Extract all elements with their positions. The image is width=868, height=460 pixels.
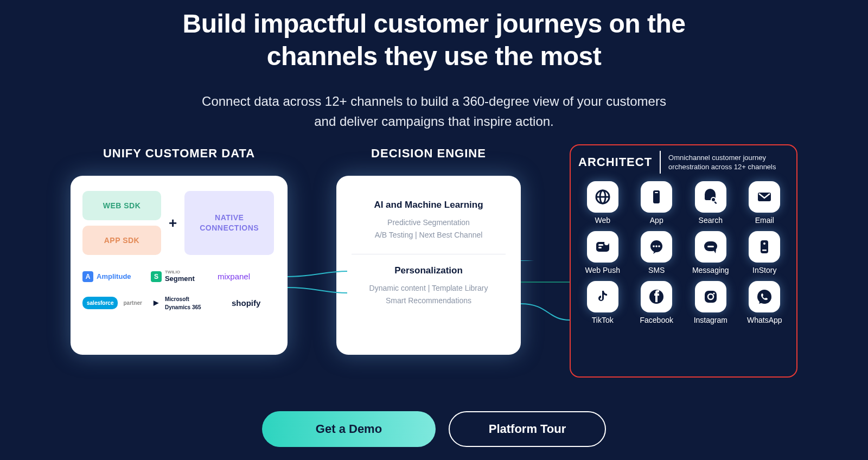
channel-label: TikTok: [578, 316, 627, 324]
salesforce-logo: salesforcepartner: [82, 295, 142, 311]
phone-icon: [641, 181, 672, 213]
platform-tour-button[interactable]: Platform Tour: [449, 411, 606, 447]
decision-title: DECISION ENGINE: [336, 146, 521, 161]
vertical-divider: [660, 151, 661, 174]
channel-label: Web: [578, 216, 627, 225]
channel-label: Facebook: [633, 316, 681, 324]
wa-icon: [749, 281, 780, 312]
channel-label: Search: [686, 216, 735, 225]
get-demo-button[interactable]: Get a Demo: [262, 411, 436, 447]
unify-card: WEB SDK APP SDK + NATIVE CONNECTIONS AAm…: [71, 176, 288, 355]
mixpanel-logo: mixpanel: [218, 270, 276, 283]
microsoft-dynamics-logo: ▶MicrosoftDynamics 365: [151, 295, 209, 311]
mail-icon: [749, 181, 780, 213]
channel-label: App: [633, 216, 681, 225]
ig-icon: [695, 281, 726, 312]
channel-label: Messaging: [686, 266, 735, 274]
channel-email: Email: [741, 178, 789, 225]
channel-facebook: Facebook: [633, 278, 681, 324]
fb-icon: [641, 281, 672, 312]
architect-panel: ARCHITECT Omnichannel customer journey o…: [570, 144, 797, 378]
architect-column: ARCHITECT Omnichannel customer journey o…: [570, 146, 797, 378]
decision-card: AI and Machine Learning Predictive Segme…: [336, 176, 521, 355]
globe-icon: [587, 181, 618, 213]
architect-title: ARCHITECT: [578, 155, 652, 169]
channel-tiktok: TikTok: [578, 278, 627, 324]
msg-icon: [695, 231, 726, 263]
channel-label: InStory: [741, 266, 789, 274]
app-sdk-pill: APP SDK: [82, 226, 161, 255]
channel-web: Web: [578, 178, 627, 225]
decision-s2b: Smart Recommendations: [352, 295, 506, 306]
channel-web-push: Web Push: [578, 228, 627, 274]
channel-whatsapp: WhatsApp: [741, 278, 789, 324]
headline: Build impactful customer journeys on the…: [136, 0, 732, 73]
segment-logo: STWILIOSegment: [151, 270, 209, 283]
native-connections: NATIVE CONNECTIONS: [184, 191, 274, 255]
channel-sms: SMS: [633, 228, 681, 274]
search-icon: [695, 181, 726, 213]
web-sdk-pill: WEB SDK: [82, 191, 161, 220]
push-icon: [587, 231, 618, 263]
channel-instagram: Instagram: [686, 278, 735, 324]
channel-label: SMS: [633, 266, 681, 274]
decision-column: DECISION ENGINE AI and Machine Learning …: [336, 146, 521, 378]
story-icon: [749, 231, 780, 263]
subhead: Connect data across 12+ channels to buil…: [190, 91, 678, 131]
unify-column: UNIFY CUSTOMER DATA WEB SDK APP SDK + NA…: [71, 146, 288, 378]
channel-messaging: Messaging: [686, 228, 735, 274]
channel-label: Email: [741, 216, 789, 225]
unify-title: UNIFY CUSTOMER DATA: [71, 146, 288, 161]
sms-icon: [641, 231, 672, 263]
channel-label: Web Push: [578, 266, 627, 274]
decision-s2a: Dynamic content | Template Library: [352, 283, 506, 294]
decision-h2: Personalization: [352, 265, 506, 276]
divider: [352, 254, 506, 254]
channel-label: Instagram: [686, 316, 735, 324]
channel-label: WhatsApp: [741, 316, 789, 324]
plus-icon: +: [169, 215, 177, 232]
decision-s1b: A/B Testing | Next Best Channel: [352, 229, 506, 241]
shopify-logo: 🛍shopify: [218, 295, 276, 311]
cta-row: Get a Demo Platform Tour: [0, 411, 868, 447]
decision-s1a: Predictive Segmentation: [352, 217, 506, 228]
channel-app: App: [633, 178, 681, 225]
channel-search: Search: [686, 178, 735, 225]
amplitude-logo: AAmplitude: [82, 270, 142, 283]
architect-desc: Omnichannel customer journey orchestrati…: [668, 153, 777, 172]
decision-h1: AI and Machine Learning: [352, 200, 506, 210]
channel-instory: InStory: [741, 228, 789, 274]
tiktok-icon: [587, 281, 618, 312]
